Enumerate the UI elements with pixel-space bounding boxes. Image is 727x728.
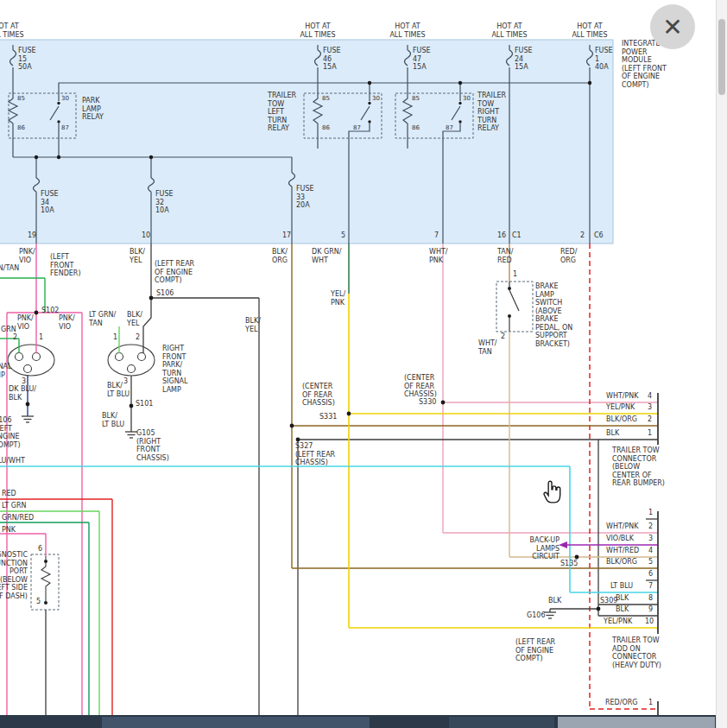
left-lamp-pin-1: 1 <box>39 333 43 342</box>
relay3-pin-30: 30 <box>463 95 471 102</box>
wire-label-blk-org: BLK/ ORG <box>272 248 288 264</box>
wire-label-blk-lt-blu: BLK/ LT BLU <box>107 382 130 398</box>
right-lamp-pin-1: 1 <box>113 333 117 342</box>
module-pin-c1: C1 <box>512 231 522 240</box>
fuse-24-label: FUSE 24 15A <box>515 47 533 72</box>
trailer-tow-addon-connector-label: TRAILER TOW ADD ON CONNECTOR (HEAVY DUTY… <box>612 636 661 669</box>
c2-row-label: YEL/PNK <box>604 617 632 626</box>
c1-row-label: BLK <box>606 429 619 438</box>
wire-label-dk-blu-wht-clipped: DK BLU/WHT <box>0 457 25 465</box>
s106-location-label: (LEFT REAR OF ENGINE COMPT) <box>155 260 194 285</box>
c2-row-pin: 8 <box>648 594 653 603</box>
wiring-diagram-viewer: HOT AT ALL TIMES HOT AT ALL TIMES HOT AT… <box>0 0 727 728</box>
module-pin-19: 19 <box>28 231 36 240</box>
module-pin-7: 7 <box>434 231 439 240</box>
c2-row-label: WHT/PNK <box>606 522 639 531</box>
module-pin-2: 2 <box>580 231 585 240</box>
wire-label-pnk: PNK <box>2 526 16 535</box>
fuse-34-label: FUSE 34 10A <box>41 190 59 215</box>
wire-blk-org <box>292 244 658 568</box>
c2-row-label: BLK/ORG <box>606 558 637 567</box>
wire-label-blk-yel: BLK/ YEL <box>130 248 145 264</box>
hot-label-2: HOT AT ALL TIMES <box>296 22 339 39</box>
left-front-fender-label: (LEFT FRONT FENDER) <box>50 253 81 278</box>
c1-row-label: YEL/PNK <box>606 403 635 412</box>
c2-row-pin: 2 <box>648 522 653 531</box>
c1-row-pin: 3 <box>648 403 652 412</box>
wire-label-blk-lt-blu-2: BLK/ LT BLU <box>102 412 124 428</box>
diag-port-pin-5: 5 <box>36 598 41 606</box>
s106-label: S106 <box>156 289 174 298</box>
right-lamp-pin-2: 2 <box>136 333 140 342</box>
left-front-lamp-label-clipped: SIGNAL LAMP <box>0 363 12 379</box>
wire-label-pnk-vio-3: PNK/ VIO <box>59 314 75 331</box>
module-pin-10: 10 <box>142 231 150 240</box>
hot-label-4: HOT AT ALL TIMES <box>488 22 531 39</box>
wire-label-tan-red: TAN/ RED <box>497 248 513 264</box>
diagnostic-port-label-clipped: DIAGNOSTIC JUNCTION PORT (BELOW LEFT SID… <box>0 551 28 600</box>
mouse-cursor-hand-icon <box>542 480 563 504</box>
module-pin-17: 17 <box>282 231 291 240</box>
wire-label-dk-blu-blk: DK BLU/ BLK <box>9 385 36 402</box>
c2-row-label: BLK <box>616 594 629 603</box>
relay1-pin-30: 30 <box>61 95 69 102</box>
wire-label-red: RED <box>2 490 16 498</box>
bottom-bar-segment <box>102 717 370 728</box>
bottom-bar <box>0 715 717 728</box>
module-pin-c6: C6 <box>594 231 604 240</box>
module-pin-16: 16 <box>497 231 506 240</box>
trailer-tow-connector-label: TRAILER TOW CONNECTOR (BELOW CENTER OF R… <box>612 446 665 488</box>
s330-location-label: (CENTER OF REAR CHASSIS) <box>404 374 437 399</box>
c1-row-pin: 2 <box>648 415 652 424</box>
left-lamp-connector <box>8 345 54 376</box>
c2-row-pin: 6 <box>648 570 653 579</box>
s101-label: S101 <box>136 400 153 408</box>
c1-row-pin: 4 <box>648 392 652 401</box>
relay1-pin-85: 85 <box>17 95 25 102</box>
wire-label-grn-tan-clipped: GRN/TAN <box>0 264 19 273</box>
wire-label-wht-pnk: WHT/ PNK <box>429 248 448 264</box>
wire-label-blk-yel-3: BLK/ YEL <box>245 317 261 333</box>
park-lamp-relay-label: PARK LAMP RELAY <box>82 97 104 122</box>
c2-row-label: BLK <box>616 605 629 614</box>
trailer-tow-left-relay-label: TRAILER TOW LEFT TURN RELAY <box>268 92 296 133</box>
s327-label: S327 (LEFT REAR CHASSIS) <box>295 442 335 467</box>
wire-label-pnk-vio-2: PNK/ VIO <box>17 314 34 331</box>
bottom-row-pin: 1 <box>648 699 653 707</box>
bottom-bar-segment <box>449 717 554 728</box>
scrollbar-thumb[interactable] <box>718 19 725 95</box>
c2-row-pin: 7 <box>648 582 653 591</box>
c2-row-pin: 3 <box>648 535 653 543</box>
s331-label: S331 <box>319 413 337 421</box>
hot-label-3: HOT AT ALL TIMES <box>386 22 429 39</box>
c2-row-pin: 5 <box>648 558 653 567</box>
fuse-47-label: FUSE 47 15A <box>413 47 431 72</box>
c2-row-pin: 9 <box>648 605 653 614</box>
wire-label-blk: BLK <box>548 597 561 605</box>
hot-label-5: HOT AT ALL TIMES <box>568 22 611 39</box>
c2-row-pin: 1 <box>648 509 653 517</box>
c2-row-pin: 10 <box>645 617 654 626</box>
relay1-pin-87: 87 <box>61 124 69 131</box>
relay2-pin-86: 86 <box>322 124 330 131</box>
close-button[interactable]: ✕ <box>650 4 695 49</box>
wire-label-lt-grn: LT GRN <box>2 502 27 510</box>
wire-label-dk-grn-wht: DK GRN/ WHT <box>312 248 341 264</box>
c1-row-label: WHT/PNK <box>606 392 639 401</box>
c2-row-pin: 4 <box>648 547 653 555</box>
fuse-46-label: FUSE 46 15A <box>323 47 341 72</box>
s331-location-label: (CENTER OF REAR CHASSIS) <box>302 383 335 408</box>
bottom-bar-segment <box>558 717 715 728</box>
wire-label-lt-grn-tan: LT GRN/ TAN <box>89 311 116 327</box>
relay3-pin-86: 86 <box>412 124 420 131</box>
vertical-scrollbar[interactable] <box>716 0 727 728</box>
right-lamp-connector <box>108 345 155 376</box>
c1-row-label: BLK/ORG <box>606 415 637 424</box>
relay2-pin-87: 87 <box>353 124 361 131</box>
c2-row-label: VIO/BLK <box>606 535 634 543</box>
c2-row-label: LT BLU <box>610 582 633 591</box>
relay1-pin-86: 86 <box>17 124 25 131</box>
wire-label-blk-yel-2: BLK/ YEL <box>127 311 142 327</box>
s102-label: S102 <box>41 307 59 315</box>
ground-symbols <box>22 416 556 618</box>
